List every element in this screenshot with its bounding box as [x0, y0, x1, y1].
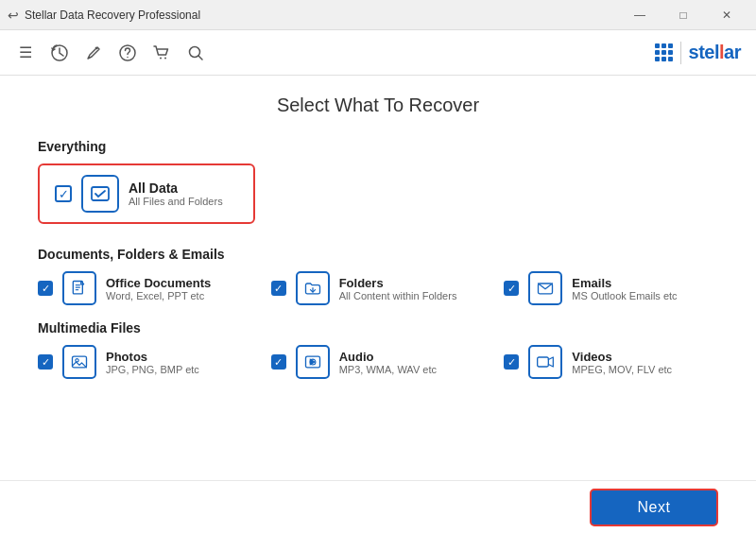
maximize-button[interactable]: □ — [662, 0, 705, 30]
photos-checkbox[interactable]: ✓ — [38, 354, 53, 370]
videos-text: Videos MPEG, MOV, FLV etc — [572, 350, 672, 375]
svg-rect-7 — [92, 187, 109, 200]
office-docs-icon-box — [62, 271, 96, 305]
office-docs-checkbox[interactable]: ✓ — [38, 281, 53, 296]
main-content: Select What To Recover Everything ✓ All … — [0, 76, 756, 480]
checkmark-icon: ✓ — [274, 284, 283, 294]
edit-icon[interactable] — [83, 43, 104, 63]
videos-item[interactable]: ✓ Videos MPEG, MOV, FLV etc — [504, 345, 718, 379]
photos-text: Photos JPG, PNG, BMP etc — [106, 350, 199, 375]
emails-icon-box — [528, 271, 562, 305]
svg-rect-18 — [538, 357, 549, 367]
emails-text: Emails MS Outlook Emails etc — [572, 276, 677, 301]
cart-icon[interactable] — [151, 43, 172, 63]
folders-title: Folders — [339, 276, 457, 290]
svg-point-15 — [76, 359, 78, 362]
photos-sub: JPG, PNG, BMP etc — [106, 364, 199, 375]
next-button[interactable]: Next — [590, 489, 718, 526]
all-data-icon-box — [81, 175, 119, 213]
title-bar: ↩ Stellar Data Recovery Professional — □… — [0, 0, 756, 30]
videos-sub: MPEG, MOV, FLV etc — [572, 364, 672, 375]
toolbar-divider — [680, 42, 681, 64]
all-data-card[interactable]: ✓ All Data All Files and Folders — [38, 163, 255, 224]
toolbar-left: ☰ — [15, 43, 206, 63]
videos-checkbox[interactable]: ✓ — [504, 354, 519, 370]
documents-label: Documents, Folders & Emails — [38, 247, 718, 262]
office-docs-title: Office Documents — [106, 276, 211, 290]
videos-icon-box — [528, 345, 562, 379]
documents-grid: ✓ Office Documents Word, Excel, PPT etc — [38, 271, 718, 305]
all-data-title: All Data — [129, 181, 223, 196]
checkmark-icon: ✓ — [42, 284, 50, 294]
checkmark-icon: ✓ — [59, 188, 69, 200]
audio-text: Audio MP3, WMA, WAV etc — [339, 350, 437, 375]
all-data-subtitle: All Files and Folders — [129, 196, 223, 207]
emails-item[interactable]: ✓ Emails MS Outlook Emails etc — [504, 271, 718, 305]
all-data-text: All Data All Files and Folders — [129, 181, 223, 207]
checkmark-icon: ✓ — [274, 357, 283, 368]
page-title: Select What To Recover — [38, 95, 718, 116]
photos-icon-box — [62, 345, 96, 379]
checkmark-icon: ✓ — [507, 284, 516, 294]
folders-checkbox[interactable]: ✓ — [271, 281, 286, 296]
checkmark-icon: ✓ — [42, 357, 50, 368]
audio-icon-box — [296, 345, 330, 379]
menu-icon[interactable]: ☰ — [15, 43, 36, 63]
multimedia-section: Multimedia Files ✓ Photos JPG, PNG, BMP … — [38, 320, 718, 394]
svg-point-2 — [127, 56, 129, 58]
footer: Next — [0, 480, 756, 533]
folders-text: Folders All Content within Folders — [339, 276, 457, 301]
videos-title: Videos — [572, 350, 672, 364]
apps-icon[interactable] — [655, 43, 673, 61]
help-icon[interactable] — [117, 43, 138, 63]
toolbar: ☰ — [0, 30, 756, 76]
minimize-button[interactable]: — — [618, 0, 662, 30]
office-docs-text: Office Documents Word, Excel, PPT etc — [106, 276, 211, 301]
title-bar-text: Stellar Data Recovery Professional — [25, 9, 200, 22]
svg-point-3 — [160, 57, 162, 59]
all-data-checkbox[interactable]: ✓ — [55, 185, 72, 202]
back-icon: ↩ — [8, 8, 19, 23]
toolbar-right: stellar — [655, 42, 741, 64]
everything-section: Everything ✓ All Data All Files and Fold… — [38, 139, 718, 247]
folders-item[interactable]: ✓ Folders All Content within Folders — [271, 271, 486, 305]
audio-item[interactable]: ✓ Audio MP3, WMA, WAV etc — [271, 345, 486, 379]
multimedia-grid: ✓ Photos JPG, PNG, BMP etc ✓ — [38, 345, 718, 379]
history-icon[interactable] — [49, 43, 70, 63]
everything-label: Everything — [38, 139, 718, 154]
office-docs-sub: Word, Excel, PPT etc — [106, 290, 211, 301]
title-bar-left: ↩ Stellar Data Recovery Professional — [8, 8, 200, 23]
office-documents-item[interactable]: ✓ Office Documents Word, Excel, PPT etc — [38, 271, 252, 305]
close-button[interactable]: ✕ — [705, 0, 748, 30]
search-icon[interactable] — [185, 43, 206, 63]
stellar-logo: stellar — [689, 42, 741, 63]
photos-item[interactable]: ✓ Photos JPG, PNG, BMP etc — [38, 345, 252, 379]
title-bar-controls: — □ ✕ — [618, 0, 748, 30]
svg-point-4 — [164, 57, 166, 59]
emails-title: Emails — [572, 276, 677, 290]
multimedia-label: Multimedia Files — [38, 320, 718, 335]
emails-checkbox[interactable]: ✓ — [504, 281, 519, 296]
folders-icon-box — [296, 271, 330, 305]
audio-sub: MP3, WMA, WAV etc — [339, 364, 437, 375]
audio-checkbox[interactable]: ✓ — [271, 354, 286, 370]
emails-sub: MS Outlook Emails etc — [572, 290, 677, 301]
svg-line-6 — [198, 56, 202, 60]
photos-title: Photos — [106, 350, 199, 364]
documents-section: Documents, Folders & Emails ✓ — [38, 247, 718, 320]
checkmark-icon: ✓ — [507, 357, 516, 368]
folders-sub: All Content within Folders — [339, 290, 457, 301]
audio-title: Audio — [339, 350, 437, 364]
